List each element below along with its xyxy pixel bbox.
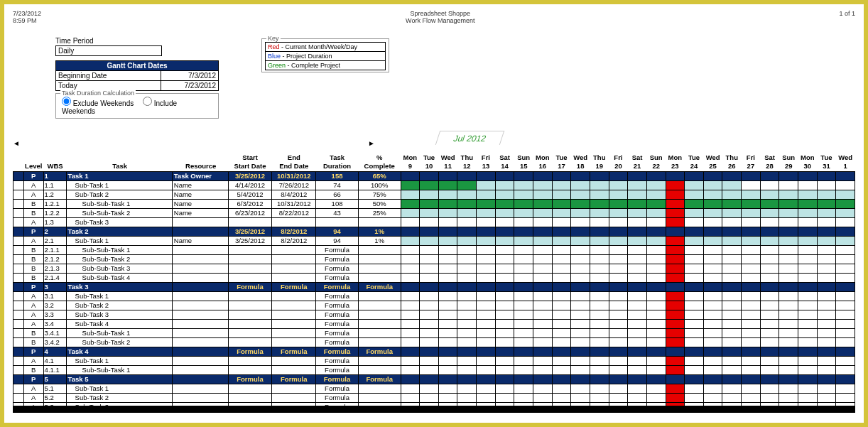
gantt-cell [779, 227, 798, 236]
gantt-cell [722, 171, 742, 180]
gantt-cell [590, 301, 609, 310]
gantt-cell [590, 347, 609, 356]
gantt-cell [590, 171, 609, 180]
gantt-cell [798, 273, 818, 282]
table-row[interactable]: A2.1Sub-Task 1Name3/25/20128/2/2012941% [13, 236, 855, 245]
scroll-left-icon[interactable]: ◄ [13, 139, 20, 147]
gantt-cell [514, 337, 533, 347]
exclude-weekends-radio[interactable]: Exclude Weekends [62, 99, 134, 107]
gantt-cell [703, 347, 722, 356]
gantt-cell [779, 301, 798, 310]
table-row[interactable]: A4.1Sub-Task 1Formula [13, 356, 855, 365]
cell-duration: Formula [316, 245, 359, 254]
table-row[interactable]: B2.1.2Sub-Sub-Task 2Formula [13, 254, 855, 264]
gantt-cell [457, 199, 477, 208]
gantt-cell [533, 273, 553, 282]
table-row[interactable]: A5.1Sub-Task 1Formula [13, 384, 855, 393]
gantt-cell [722, 356, 742, 365]
gantt-cell [533, 328, 553, 337]
cell-end: Formula [272, 374, 316, 384]
time-period-select[interactable]: Daily [55, 45, 162, 56]
gantt-cell [609, 227, 628, 236]
table-row[interactable]: A3.1Sub-Task 1Formula [13, 291, 855, 301]
table-row[interactable]: B1.2.2Sub-Sub-Task 2Name6/23/20128/22/20… [13, 208, 855, 217]
table-row[interactable]: B1.2.1Sub-Sub-Task 1Name6/3/201210/31/20… [13, 199, 855, 208]
gcd-row: Beginning Date7/3/2012 [55, 71, 219, 81]
table-row[interactable]: A1.1Sub-Task 1Name4/14/20127/26/20127410… [13, 180, 855, 190]
gantt-cell [760, 190, 779, 199]
col-day: Wed1 [836, 153, 855, 171]
cell-wbs: 3.4.1 [43, 328, 66, 337]
gantt-cell [742, 217, 761, 227]
gcd-value[interactable]: 7/3/2012 [161, 71, 218, 80]
table-row[interactable]: A1.3Sub-Task 3 [13, 217, 855, 227]
scroll-right-icon[interactable]: ► [368, 139, 375, 147]
table-row[interactable]: P2Task 23/25/20128/2/2012941% [13, 227, 855, 236]
gantt-cell [401, 171, 420, 180]
cell-start: 3/25/2012 [228, 236, 272, 245]
cell-flag [13, 393, 24, 402]
gantt-cell [646, 282, 666, 291]
gantt-cell [760, 291, 779, 301]
cell-wbs: 3.4.2 [43, 337, 66, 347]
table-row[interactable]: P5Task 5FormulaFormulaFormulaFormula [13, 374, 855, 384]
gantt-cell [552, 190, 571, 199]
cell-duration: Formula [316, 328, 359, 337]
gantt-cell [420, 310, 439, 319]
table-row[interactable]: A1.2Sub-Task 2Name5/4/20128/4/20126675% [13, 190, 855, 199]
gantt-cell [703, 365, 722, 374]
gantt-cell [571, 301, 590, 310]
gantt-cell [571, 273, 590, 282]
gcd-value[interactable]: 7/23/2012 [161, 81, 218, 90]
gantt-cell [817, 171, 836, 180]
gantt-cell [438, 356, 457, 365]
month-tab[interactable]: Jul 2012 [435, 131, 505, 145]
table-row[interactable]: P4Task 4FormulaFormulaFormulaFormula [13, 347, 855, 356]
table-row[interactable]: B2.1.1Sub-Sub-Task 1Formula [13, 245, 855, 254]
table-row[interactable]: B3.4.1Sub-Sub-Task 1Formula [13, 328, 855, 337]
gantt-cell [798, 190, 818, 199]
table-row[interactable]: B3.4.2Sub-Sub-Task 2Formula [13, 337, 855, 347]
gantt-cell [514, 217, 533, 227]
table-row[interactable]: A5.2Sub-Task 2Formula [13, 393, 855, 402]
table-row[interactable]: A3.4Sub-Task 4Formula [13, 319, 855, 328]
table-row[interactable]: B4.1.1Sub-Sub-Task 1Formula [13, 365, 855, 374]
gantt-cell [590, 236, 609, 245]
gantt-cell [590, 282, 609, 291]
gantt-cell [514, 328, 533, 337]
hdr-company: Spreadsheet Shoppe [406, 10, 474, 17]
gantt-cell [590, 291, 609, 301]
gantt-cell [514, 282, 533, 291]
gantt-cell [666, 171, 685, 180]
cell-end [272, 310, 316, 319]
table-row[interactable]: P1Task 1Task Owner3/25/201210/31/2012158… [13, 171, 855, 180]
gantt-cell [836, 190, 855, 199]
cell-flag [13, 384, 24, 393]
gantt-cell [514, 171, 533, 180]
gantt-cell [401, 273, 420, 282]
gantt-cell [438, 301, 457, 310]
cell-wbs: 1.3 [43, 217, 66, 227]
cell-resource: Name [172, 208, 228, 217]
gantt-cell [760, 227, 779, 236]
gantt-cell [438, 199, 457, 208]
table-row[interactable]: A3.3Sub-Task 3Formula [13, 310, 855, 319]
gantt-cell [609, 282, 628, 291]
table-row[interactable]: A3.2Sub-Task 2Formula [13, 301, 855, 310]
gantt-cell [779, 180, 798, 190]
gantt-cell [836, 393, 855, 402]
gantt-cell [817, 254, 836, 264]
gantt-cell [703, 245, 722, 254]
table-row[interactable]: P3Task 3FormulaFormulaFormulaFormula [13, 282, 855, 291]
gantt-cell [628, 208, 647, 217]
cell-task: Sub-Sub-Task 1 [66, 245, 172, 254]
gantt-cell [685, 319, 704, 328]
gantt-cell [571, 254, 590, 264]
table-row[interactable]: B2.1.3Sub-Sub-Task 3Formula [13, 264, 855, 273]
table-row[interactable]: B2.1.4Sub-Sub-Task 4Formula [13, 273, 855, 282]
gantt-cell [609, 337, 628, 347]
gantt-cell [798, 236, 818, 245]
cell-resource [172, 328, 228, 337]
gantt-cell [609, 190, 628, 199]
gantt-cell [742, 190, 761, 199]
